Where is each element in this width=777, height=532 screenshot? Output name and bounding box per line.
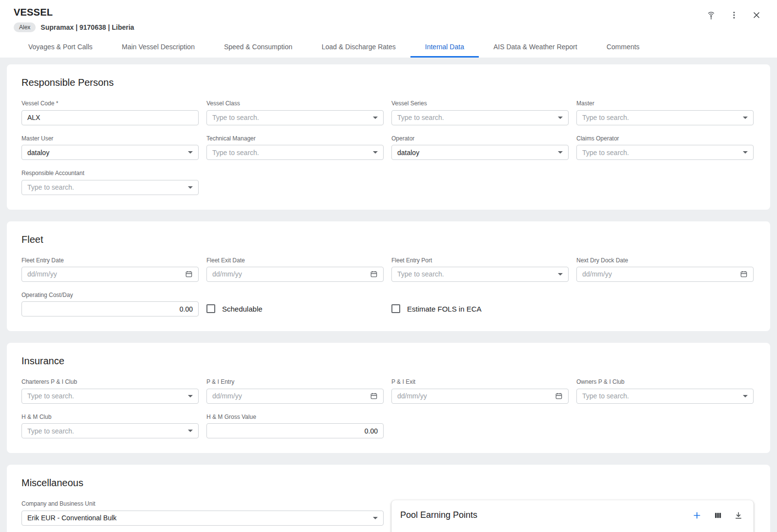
page-title: VESSEL [14,7,134,18]
field-owners-pi-club: Owners P & I Club Type to search. [576,378,754,403]
calendar-icon[interactable] [555,392,563,400]
columns-icon[interactable] [714,511,722,520]
calendar-icon[interactable] [740,270,748,278]
tab-load-discharge-rates[interactable]: Load & Discharge Rates [307,37,410,58]
table-header-row: Valid From Earning Point [400,527,745,532]
field-label: Next Dry Dock Date [576,257,754,264]
tab-comments[interactable]: Comments [592,37,654,58]
chevron-down-icon [558,273,563,276]
technical-manager-select[interactable]: Type to search. [206,145,384,160]
vessel-series-select[interactable]: Type to search. [391,110,569,125]
more-options-icon[interactable] [729,10,739,20]
chevron-down-icon [188,430,193,432]
select-value: Type to search. [27,427,184,435]
close-icon[interactable] [752,10,761,20]
field-pi-entry: P & I Entry [206,378,384,403]
date-text[interactable] [212,270,366,278]
select-value: Type to search. [397,114,554,121]
select-value: Type to search. [212,114,369,121]
calendar-icon[interactable] [370,270,378,278]
section-responsible-persons: Responsible Persons Vessel Code * Vessel… [7,64,770,209]
calendar-icon[interactable] [370,392,378,400]
chevron-down-icon [558,151,563,154]
chevron-down-icon [188,151,193,154]
operator-select[interactable]: dataloy [391,145,569,160]
section-insurance: Insurance Charterers P & I Club Type to … [7,343,770,453]
field-label: Charterers P & I Club [21,378,199,385]
field-hm-club: H & M Club Type to search. [21,414,199,438]
hm-gross-value-text[interactable] [212,427,378,435]
field-label: H & M Club [21,414,199,420]
chevron-down-icon [188,395,193,397]
field-next-dry-dock-date: Next Dry Dock Date [576,257,754,282]
schedulable-label: Schedulable [222,305,263,313]
select-value: Type to search. [397,270,554,278]
field-operator: Operator dataloy [391,135,569,160]
field-label: P & I Entry [206,378,384,385]
field-label: Master User [21,135,199,142]
master-select[interactable]: Type to search. [576,110,754,125]
fleet-exit-date-input[interactable] [206,267,384,282]
pool-earning-points-title: Pool Earning Points [400,510,477,520]
master-user-select[interactable]: dataloy [21,145,199,160]
vessel-class-select[interactable]: Type to search. [206,110,384,125]
responsible-accountant-select[interactable]: Type to search. [21,180,199,195]
field-label: Fleet Exit Date [206,257,384,264]
select-value: Type to search. [27,183,184,191]
download-icon[interactable] [734,511,743,520]
fleet-entry-date-input[interactable] [21,267,199,282]
date-text[interactable] [582,270,736,278]
vessel-code-text[interactable] [27,114,193,121]
date-text[interactable] [27,270,181,278]
date-text[interactable] [212,392,366,400]
field-responsible-accountant: Responsible Accountant Type to search. [21,170,199,195]
fleet-entry-port-select[interactable]: Type to search. [391,267,569,282]
field-label: Claims Operator [576,135,754,142]
window-header: VESSEL Alex Supramax | 9170638 | Liberia [0,0,777,58]
section-title: Miscellaneous [21,477,754,489]
tab-voyages-port-calls[interactable]: Voyages & Port Calls [14,37,107,58]
chevron-down-icon [373,517,378,519]
hm-club-select[interactable]: Type to search. [21,423,199,438]
hm-gross-value-input[interactable] [206,423,384,438]
field-claims-operator: Claims Operator Type to search. [576,135,754,160]
select-value: Type to search. [582,114,739,121]
field-company-business-unit: Company and Business Unit Erik EUR - Con… [21,500,384,525]
tab-internal-data[interactable]: Internal Data [410,37,479,58]
select-value: Type to search. [582,392,739,400]
estimate-fols-checkbox[interactable] [391,304,400,313]
operating-cost-day-input[interactable] [21,301,199,316]
field-label: Owners P & I Club [576,378,754,385]
schedulable-checkbox[interactable] [206,304,215,313]
broadcast-icon[interactable] [706,10,716,20]
field-label: Operator [391,135,569,142]
field-label: Vessel Code * [21,100,199,107]
field-label: P & I Exit [391,378,569,385]
claims-operator-select[interactable]: Type to search. [576,145,754,160]
charterers-pi-club-select[interactable]: Type to search. [21,389,199,404]
chevron-down-icon [558,117,563,119]
company-business-unit-select[interactable]: Erik EUR - Conventional Bulk [21,511,384,526]
vessel-code-input[interactable] [21,110,199,125]
field-master: Master Type to search. [576,100,754,125]
field-operating-cost-day: Operating Cost/Day [21,292,199,316]
field-label: Operating Cost/Day [21,292,199,298]
section-title: Fleet [21,234,754,245]
owners-pi-club-select[interactable]: Type to search. [576,389,754,404]
field-hm-gross-value: H & M Gross Value [206,414,384,438]
field-charterers-pi-club: Charterers P & I Club Type to search. [21,378,199,403]
field-label: H & M Gross Value [206,414,384,420]
next-dry-dock-date-input[interactable] [576,267,754,282]
tab-ais-data-weather-report[interactable]: AIS Data & Weather Report [479,37,592,58]
select-value: Type to search. [27,392,184,400]
field-fleet-exit-date: Fleet Exit Date [206,257,384,282]
tab-main-vessel-description[interactable]: Main Vessel Description [107,37,209,58]
field-fleet-entry-date: Fleet Entry Date [21,257,199,282]
operating-cost-text[interactable] [27,305,193,313]
pi-exit-date-input[interactable] [391,389,569,404]
date-text[interactable] [397,392,551,400]
add-icon[interactable] [692,511,702,520]
pi-entry-date-input[interactable] [206,389,384,404]
calendar-icon[interactable] [185,270,193,278]
tab-speed-consumption[interactable]: Speed & Consumption [209,37,307,58]
